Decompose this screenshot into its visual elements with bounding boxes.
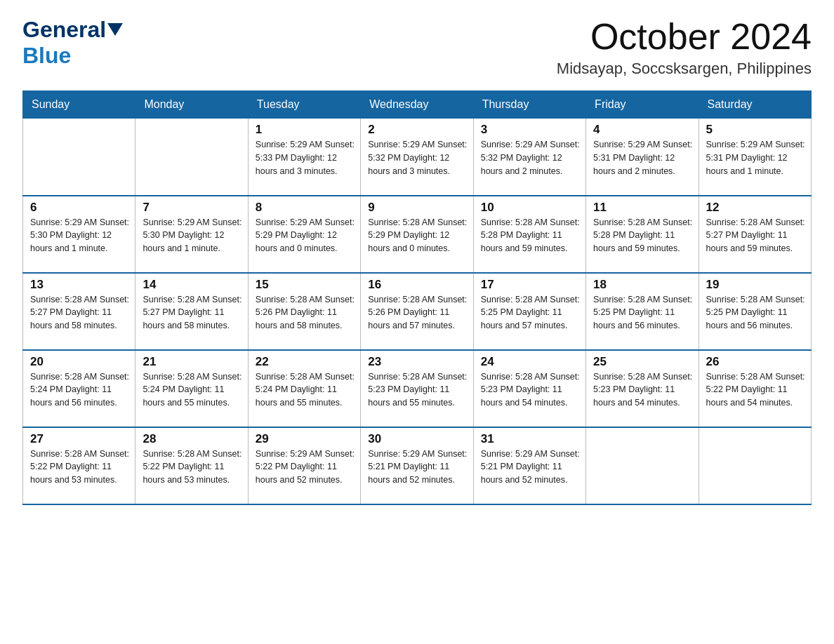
day-number: 26 (706, 355, 805, 369)
day-info: Sunrise: 5:28 AM Sunset: 5:26 PM Dayligh… (256, 293, 355, 333)
day-number: 8 (256, 201, 355, 215)
day-number: 2 (368, 123, 467, 137)
calendar-cell: 29Sunrise: 5:29 AM Sunset: 5:22 PM Dayli… (248, 427, 360, 504)
day-number: 28 (143, 432, 241, 446)
day-info: Sunrise: 5:29 AM Sunset: 5:21 PM Dayligh… (481, 448, 580, 487)
day-number: 24 (481, 355, 580, 369)
logo: General Blue (22, 17, 123, 69)
day-info: Sunrise: 5:29 AM Sunset: 5:30 PM Dayligh… (30, 216, 129, 255)
location-title: Midsayap, Soccsksargen, Philippines (557, 60, 812, 78)
day-info: Sunrise: 5:28 AM Sunset: 5:24 PM Dayligh… (30, 370, 129, 410)
day-number: 1 (256, 123, 355, 137)
calendar-cell: 10Sunrise: 5:28 AM Sunset: 5:28 PM Dayli… (473, 196, 585, 273)
logo-general-text: General (22, 17, 106, 43)
day-info: Sunrise: 5:28 AM Sunset: 5:29 PM Dayligh… (368, 216, 467, 255)
day-number: 17 (481, 278, 580, 292)
day-number: 18 (593, 278, 692, 292)
day-number: 25 (593, 355, 692, 369)
calendar-cell: 24Sunrise: 5:28 AM Sunset: 5:23 PM Dayli… (473, 350, 585, 427)
calendar-cell: 22Sunrise: 5:28 AM Sunset: 5:24 PM Dayli… (248, 350, 360, 427)
calendar-cell: 5Sunrise: 5:29 AM Sunset: 5:31 PM Daylig… (699, 119, 811, 196)
calendar-cell (586, 427, 699, 504)
day-info: Sunrise: 5:29 AM Sunset: 5:21 PM Dayligh… (368, 448, 467, 487)
header-friday: Friday (586, 91, 699, 119)
calendar-week-row: 13Sunrise: 5:28 AM Sunset: 5:27 PM Dayli… (23, 273, 812, 350)
calendar-cell: 1Sunrise: 5:29 AM Sunset: 5:33 PM Daylig… (248, 119, 360, 196)
day-number: 10 (481, 201, 580, 215)
day-info: Sunrise: 5:29 AM Sunset: 5:30 PM Dayligh… (143, 216, 241, 255)
calendar-cell (23, 119, 135, 196)
day-number: 6 (30, 201, 129, 215)
day-number: 11 (593, 201, 692, 215)
day-info: Sunrise: 5:29 AM Sunset: 5:33 PM Dayligh… (256, 138, 355, 177)
day-number: 14 (143, 278, 241, 292)
calendar-header-row: SundayMondayTuesdayWednesdayThursdayFrid… (23, 91, 812, 119)
calendar-cell: 25Sunrise: 5:28 AM Sunset: 5:23 PM Dayli… (586, 350, 699, 427)
calendar-cell: 6Sunrise: 5:29 AM Sunset: 5:30 PM Daylig… (23, 196, 135, 273)
calendar-cell: 31Sunrise: 5:29 AM Sunset: 5:21 PM Dayli… (473, 427, 585, 504)
calendar-cell (135, 119, 248, 196)
calendar-cell: 20Sunrise: 5:28 AM Sunset: 5:24 PM Dayli… (23, 350, 135, 427)
title-block: October 2024 Midsayap, Soccsksargen, Phi… (557, 17, 812, 78)
calendar-cell: 9Sunrise: 5:28 AM Sunset: 5:29 PM Daylig… (361, 196, 473, 273)
calendar-cell: 8Sunrise: 5:29 AM Sunset: 5:29 PM Daylig… (248, 196, 360, 273)
day-number: 4 (593, 123, 692, 137)
day-info: Sunrise: 5:28 AM Sunset: 5:27 PM Dayligh… (143, 293, 241, 333)
calendar-cell: 3Sunrise: 5:29 AM Sunset: 5:32 PM Daylig… (473, 119, 585, 196)
day-info: Sunrise: 5:29 AM Sunset: 5:31 PM Dayligh… (706, 138, 805, 177)
day-info: Sunrise: 5:28 AM Sunset: 5:24 PM Dayligh… (256, 370, 355, 410)
day-info: Sunrise: 5:29 AM Sunset: 5:29 PM Dayligh… (256, 216, 355, 255)
month-title: October 2024 (557, 17, 812, 57)
logo-blue-text: Blue (22, 43, 71, 68)
day-number: 29 (256, 432, 355, 446)
calendar-cell: 30Sunrise: 5:29 AM Sunset: 5:21 PM Dayli… (361, 427, 473, 504)
day-number: 16 (368, 278, 467, 292)
day-info: Sunrise: 5:28 AM Sunset: 5:25 PM Dayligh… (706, 293, 805, 333)
calendar-cell: 17Sunrise: 5:28 AM Sunset: 5:25 PM Dayli… (473, 273, 585, 350)
day-number: 20 (30, 355, 129, 369)
calendar-cell: 21Sunrise: 5:28 AM Sunset: 5:24 PM Dayli… (135, 350, 248, 427)
calendar-cell: 16Sunrise: 5:28 AM Sunset: 5:26 PM Dayli… (361, 273, 473, 350)
calendar-week-row: 1Sunrise: 5:29 AM Sunset: 5:33 PM Daylig… (23, 119, 812, 196)
calendar-cell: 2Sunrise: 5:29 AM Sunset: 5:32 PM Daylig… (361, 119, 473, 196)
day-info: Sunrise: 5:28 AM Sunset: 5:27 PM Dayligh… (30, 293, 129, 333)
header-thursday: Thursday (473, 91, 585, 119)
day-number: 22 (256, 355, 355, 369)
day-info: Sunrise: 5:28 AM Sunset: 5:22 PM Dayligh… (706, 370, 805, 410)
day-number: 27 (30, 432, 129, 446)
header-wednesday: Wednesday (361, 91, 473, 119)
day-number: 7 (143, 201, 241, 215)
header-saturday: Saturday (699, 91, 811, 119)
day-info: Sunrise: 5:28 AM Sunset: 5:23 PM Dayligh… (593, 370, 692, 410)
calendar-week-row: 27Sunrise: 5:28 AM Sunset: 5:22 PM Dayli… (23, 427, 812, 504)
calendar-cell: 13Sunrise: 5:28 AM Sunset: 5:27 PM Dayli… (23, 273, 135, 350)
day-number: 23 (368, 355, 467, 369)
header-monday: Monday (135, 91, 248, 119)
day-number: 15 (256, 278, 355, 292)
day-number: 19 (706, 278, 805, 292)
day-info: Sunrise: 5:28 AM Sunset: 5:28 PM Dayligh… (593, 216, 692, 255)
svg-marker-0 (107, 23, 123, 36)
logo-triangle-icon (107, 23, 123, 39)
calendar-cell: 18Sunrise: 5:28 AM Sunset: 5:25 PM Dayli… (586, 273, 699, 350)
day-info: Sunrise: 5:28 AM Sunset: 5:25 PM Dayligh… (593, 293, 692, 333)
calendar-cell (699, 427, 811, 504)
day-info: Sunrise: 5:28 AM Sunset: 5:24 PM Dayligh… (143, 370, 241, 410)
day-info: Sunrise: 5:29 AM Sunset: 5:31 PM Dayligh… (593, 138, 692, 177)
day-number: 30 (368, 432, 467, 446)
header-sunday: Sunday (23, 91, 135, 119)
day-info: Sunrise: 5:29 AM Sunset: 5:32 PM Dayligh… (481, 138, 580, 177)
day-number: 31 (481, 432, 580, 446)
day-info: Sunrise: 5:28 AM Sunset: 5:28 PM Dayligh… (481, 216, 580, 255)
calendar-cell: 12Sunrise: 5:28 AM Sunset: 5:27 PM Dayli… (699, 196, 811, 273)
day-number: 12 (706, 201, 805, 215)
day-info: Sunrise: 5:28 AM Sunset: 5:23 PM Dayligh… (481, 370, 580, 410)
calendar-week-row: 20Sunrise: 5:28 AM Sunset: 5:24 PM Dayli… (23, 350, 812, 427)
calendar-cell: 19Sunrise: 5:28 AM Sunset: 5:25 PM Dayli… (699, 273, 811, 350)
day-info: Sunrise: 5:29 AM Sunset: 5:32 PM Dayligh… (368, 138, 467, 177)
day-info: Sunrise: 5:28 AM Sunset: 5:26 PM Dayligh… (368, 293, 467, 333)
calendar-cell: 7Sunrise: 5:29 AM Sunset: 5:30 PM Daylig… (135, 196, 248, 273)
day-number: 13 (30, 278, 129, 292)
calendar-week-row: 6Sunrise: 5:29 AM Sunset: 5:30 PM Daylig… (23, 196, 812, 273)
day-number: 9 (368, 201, 467, 215)
